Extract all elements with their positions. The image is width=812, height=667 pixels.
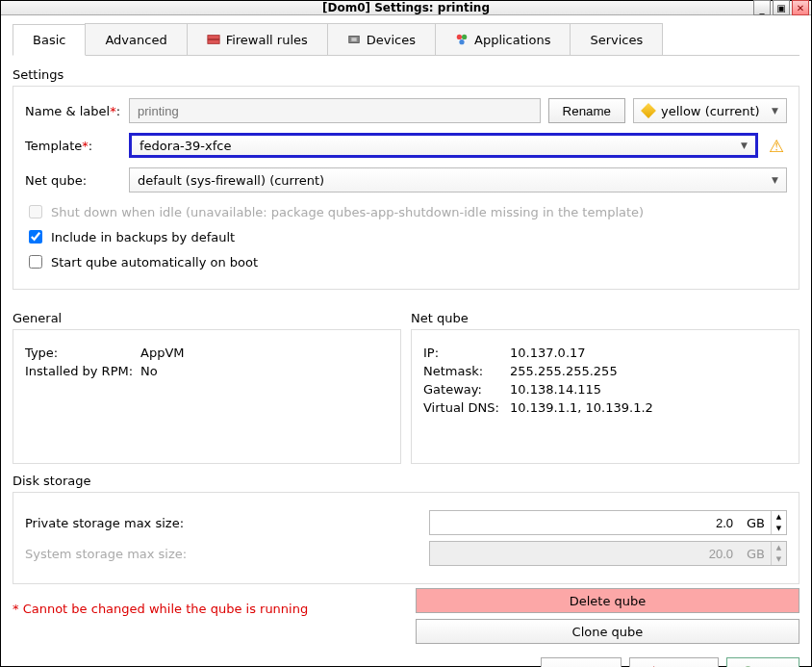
svg-rect-3 bbox=[351, 38, 356, 41]
autostart-label: Start qube automatically on boot bbox=[51, 255, 258, 269]
chevron-down-icon: ▼ bbox=[772, 106, 778, 115]
tab-firewall[interactable]: Firewall rules bbox=[187, 23, 328, 55]
template-dropdown[interactable]: fedora-39-xfce ▼ bbox=[129, 133, 758, 158]
svg-point-5 bbox=[462, 35, 467, 39]
netqube-label: Net qube: bbox=[25, 173, 121, 188]
check-icon: ✔ bbox=[557, 664, 568, 668]
sys-storage-spinbox: GB ▲▼ bbox=[429, 541, 787, 566]
netinfo-heading: Net qube bbox=[411, 311, 799, 325]
shutdown-idle-checkbox bbox=[29, 205, 42, 218]
settings-window: [Dom0] Settings: printing _ ▣ ✕ Basic Ad… bbox=[0, 0, 812, 667]
sys-storage-label: System storage max size: bbox=[25, 547, 429, 561]
tab-services[interactable]: Services bbox=[570, 23, 663, 55]
general-heading: General bbox=[13, 311, 401, 325]
chevron-down-icon: ▼ bbox=[772, 175, 778, 185]
ip-key: IP: bbox=[423, 346, 510, 360]
up-icon[interactable]: ▲ bbox=[772, 511, 786, 523]
mask-value: 255.255.255.255 bbox=[510, 364, 618, 378]
disk-heading: Disk storage bbox=[13, 474, 799, 488]
priv-storage-spinbox[interactable]: GB ▲▼ bbox=[429, 510, 787, 535]
shutdown-idle-label: Shut down when idle (unavailable: packag… bbox=[51, 205, 644, 219]
include-backups-label: Include in backups by default bbox=[51, 230, 235, 244]
delete-qube-button[interactable]: Delete qube bbox=[416, 588, 799, 613]
warning-icon: ⚠ bbox=[766, 135, 787, 156]
sys-storage-input bbox=[430, 542, 741, 565]
sys-storage-unit: GB bbox=[741, 542, 771, 565]
settings-heading: Settings bbox=[13, 67, 799, 82]
tab-basic[interactable]: Basic bbox=[13, 24, 86, 56]
down-icon[interactable]: ▼ bbox=[772, 523, 786, 534]
down-icon: ▼ bbox=[772, 553, 786, 565]
gw-value: 10.138.14.115 bbox=[510, 382, 601, 397]
priv-storage-input[interactable] bbox=[430, 511, 741, 534]
up-icon: ▲ bbox=[772, 542, 786, 553]
tab-devices[interactable]: Devices bbox=[327, 23, 436, 55]
rpm-value: No bbox=[140, 364, 158, 378]
running-warning: Cannot be changed while the qube is runn… bbox=[23, 602, 309, 616]
devices-icon bbox=[347, 33, 361, 46]
close-icon[interactable]: ✕ bbox=[792, 0, 809, 15]
gw-key: Gateway: bbox=[423, 382, 510, 397]
clone-qube-button[interactable]: Clone qube bbox=[416, 619, 799, 644]
priv-storage-unit: GB bbox=[741, 511, 771, 534]
tab-bar: Basic Advanced Firewall rules Devices Ap… bbox=[13, 23, 799, 56]
netqube-dropdown[interactable]: default (sys-firewall) (current) ▼ bbox=[129, 167, 787, 192]
chevron-down-icon: ▼ bbox=[741, 141, 748, 150]
include-backups-checkbox[interactable] bbox=[29, 230, 42, 244]
type-key: Type: bbox=[25, 346, 140, 360]
window-title: [Dom0] Settings: printing bbox=[322, 1, 490, 14]
mask-key: Netmask: bbox=[423, 364, 510, 378]
maximize-icon[interactable]: ▣ bbox=[773, 0, 790, 15]
priv-storage-label: Private storage max size: bbox=[25, 516, 429, 530]
svg-rect-1 bbox=[208, 38, 219, 40]
autostart-checkbox[interactable] bbox=[29, 255, 42, 269]
name-label: Name & label*: bbox=[25, 104, 121, 118]
svg-point-6 bbox=[459, 39, 464, 44]
rpm-key: Installed by RPM: bbox=[25, 364, 140, 378]
firewall-icon bbox=[207, 33, 220, 46]
applications-icon bbox=[455, 33, 469, 46]
rename-button[interactable]: Rename bbox=[548, 98, 625, 123]
ip-value: 10.137.0.17 bbox=[510, 346, 586, 360]
titlebar: [Dom0] Settings: printing _ ▣ ✕ bbox=[1, 1, 811, 15]
minimize-icon[interactable]: _ bbox=[753, 0, 771, 15]
color-dropdown[interactable]: yellow (current) ▼ bbox=[633, 98, 787, 123]
name-input bbox=[129, 98, 541, 123]
dns-key: Virtual DNS: bbox=[423, 400, 510, 415]
type-value: AppVM bbox=[140, 346, 185, 360]
cancel-icon: ✘ bbox=[646, 664, 656, 668]
cancel-button[interactable]: ✘ Cancel bbox=[629, 657, 719, 667]
dns-value: 10.139.1.1, 10.139.1.2 bbox=[510, 400, 653, 415]
apply-button[interactable]: ✔ Apply bbox=[541, 657, 622, 667]
ok-icon: ⛁ bbox=[743, 664, 753, 668]
ok-button[interactable]: ⛁ OK bbox=[726, 657, 799, 667]
cube-icon bbox=[641, 103, 656, 118]
tab-applications[interactable]: Applications bbox=[435, 23, 571, 55]
svg-point-4 bbox=[457, 35, 462, 39]
tab-advanced[interactable]: Advanced bbox=[85, 23, 187, 55]
template-label: Template*: bbox=[25, 139, 121, 153]
settings-group: Name & label*: Rename yellow (current) ▼… bbox=[13, 86, 799, 290]
